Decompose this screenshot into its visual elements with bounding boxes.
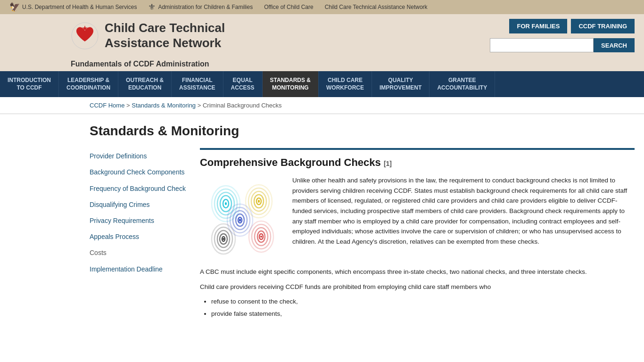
header-buttons: FOR FAMILIES CCDF TRAINING bbox=[509, 19, 635, 33]
article-intro: Unlike other health and safety provision… bbox=[200, 175, 635, 260]
nav-item[interactable]: INTRODUCTIONTO CCDF bbox=[0, 71, 59, 97]
list-item: refuse to consent to the check, bbox=[211, 296, 635, 307]
list-item: provide false statements, bbox=[211, 309, 635, 319]
content-wrapper: Standards & Monitoring Provider Definiti… bbox=[0, 114, 644, 330]
article-para2: A CBC must include eight specific compon… bbox=[200, 267, 635, 277]
article-ref: [1] bbox=[384, 160, 392, 167]
sidebar: Provider DefinitionsBackground Check Com… bbox=[90, 148, 186, 321]
nav-item[interactable]: CHILD CAREWORKFORCE bbox=[319, 71, 372, 97]
search-area: SEARCH bbox=[490, 38, 635, 52]
sidebar-link[interactable]: Implementation Deadline bbox=[90, 261, 186, 277]
article-body-text: Unlike other health and safety provision… bbox=[292, 175, 635, 260]
acf-label: Administration for Children & Families bbox=[158, 4, 253, 10]
header-right: FOR FAMILIES CCDF TRAINING SEARCH bbox=[490, 19, 635, 52]
sidebar-link[interactable]: Frequency of Background Check bbox=[90, 181, 186, 197]
article-bullets: refuse to consent to the check,provide f… bbox=[211, 296, 635, 319]
breadcrumb-section[interactable]: Standards & Monitoring bbox=[132, 102, 196, 109]
acf-link[interactable]: ⚜ Administration for Children & Families bbox=[148, 2, 253, 12]
nav-item[interactable]: LEADERSHIP &COORDINATION bbox=[59, 71, 118, 97]
content-inner: Provider DefinitionsBackground Check Com… bbox=[90, 148, 635, 321]
svg-point-7 bbox=[225, 202, 227, 205]
nav-item[interactable]: EQUALACCESS bbox=[223, 71, 263, 97]
logo-line2: Assistance Network bbox=[105, 36, 221, 50]
header: Child Care Technical Assistance Network … bbox=[0, 14, 644, 57]
breadcrumb: CCDF Home > Standards & Monitoring > Cri… bbox=[0, 97, 644, 114]
search-input[interactable] bbox=[490, 38, 594, 52]
sidebar-link[interactable]: Provider Definitions bbox=[90, 148, 186, 164]
nav-item[interactable]: OUTREACH &EDUCATION bbox=[118, 71, 172, 97]
logo-area: Child Care Technical Assistance Network bbox=[71, 21, 225, 50]
breadcrumb-sep1: > bbox=[126, 102, 132, 109]
breadcrumb-current: Criminal Background Checks bbox=[203, 102, 282, 109]
search-button[interactable]: SEARCH bbox=[594, 38, 635, 52]
site-subtitle: Fundamentals of CCDF Administration bbox=[0, 57, 644, 71]
hhs-eagle-icon: 🦅 bbox=[9, 2, 20, 12]
for-families-button[interactable]: FOR FAMILIES bbox=[509, 19, 567, 33]
breadcrumb-sep2: > bbox=[198, 102, 203, 109]
cctan-label: Child Care Technical Assistance Network bbox=[325, 4, 428, 10]
svg-point-25 bbox=[223, 238, 224, 240]
logo-line1: Child Care Technical bbox=[105, 21, 225, 35]
breadcrumb-home[interactable]: CCDF Home bbox=[90, 102, 124, 109]
nav-item[interactable]: GRANTEEACCOUNTABILITY bbox=[429, 71, 495, 97]
article: Comprehensive Background Checks [1] bbox=[200, 148, 635, 321]
svg-point-13 bbox=[258, 200, 260, 203]
ccdf-training-button[interactable]: CCDF TRAINING bbox=[571, 19, 635, 33]
logo-icon bbox=[71, 22, 99, 50]
page-title: Standards & Monitoring bbox=[90, 123, 635, 139]
logo-text: Child Care Technical Assistance Network bbox=[105, 21, 225, 50]
sidebar-link[interactable]: Background Check Components bbox=[90, 164, 186, 180]
hhs-link[interactable]: 🦅 U.S. Department of Health & Human Serv… bbox=[9, 2, 137, 12]
article-title: Comprehensive Background Checks [1] bbox=[200, 156, 635, 169]
main-nav: INTRODUCTIONTO CCDFLEADERSHIP &COORDINAT… bbox=[0, 71, 644, 97]
top-bar: 🦅 U.S. Department of Health & Human Serv… bbox=[0, 0, 644, 14]
svg-point-31 bbox=[260, 236, 262, 238]
fingerprint-image bbox=[200, 175, 285, 260]
acf-icon: ⚜ bbox=[148, 2, 156, 12]
occ-label: Office of Child Care bbox=[264, 4, 314, 10]
svg-point-19 bbox=[239, 219, 241, 222]
sidebar-link[interactable]: Appeals Process bbox=[90, 229, 186, 245]
nav-item[interactable]: QUALITYIMPROVEMENT bbox=[372, 71, 429, 97]
cctan-link[interactable]: Child Care Technical Assistance Network bbox=[325, 4, 428, 10]
nav-item[interactable]: STANDARDS &MONITORING bbox=[263, 71, 319, 97]
nav-item[interactable]: FINANCIALASSISTANCE bbox=[172, 71, 223, 97]
occ-link[interactable]: Office of Child Care bbox=[264, 4, 314, 10]
hhs-label: U.S. Department of Health & Human Servic… bbox=[22, 4, 137, 10]
article-body: A CBC must include eight specific compon… bbox=[200, 267, 635, 319]
sidebar-link[interactable]: Disqualifying Crimes bbox=[90, 197, 186, 213]
article-title-text: Comprehensive Background Checks bbox=[200, 156, 381, 168]
sidebar-link[interactable]: Privacy Requirements bbox=[90, 213, 186, 229]
article-para3: Child care providers receiving CCDF fund… bbox=[200, 282, 635, 292]
sidebar-link[interactable]: Costs bbox=[90, 245, 186, 261]
